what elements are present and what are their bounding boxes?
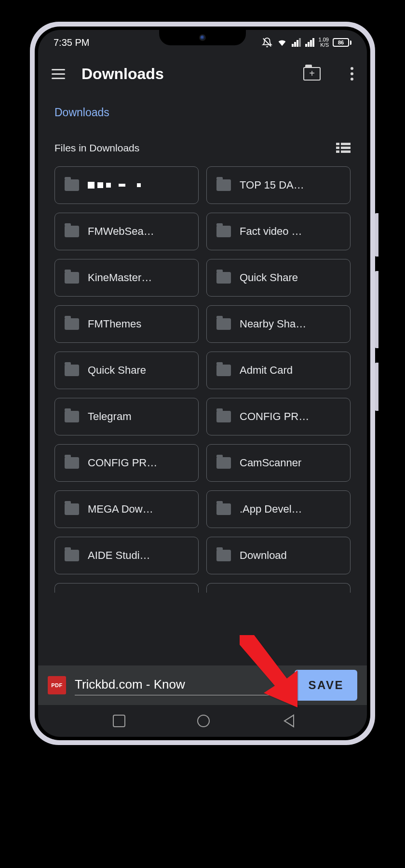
- svg-rect-5: [305, 44, 307, 47]
- folder-item[interactable]: .App Devel…: [206, 490, 351, 528]
- folder-label: AIDE Studi…: [88, 549, 150, 562]
- folder-icon: [216, 365, 231, 376]
- folder-item[interactable]: [54, 583, 199, 593]
- folder-item[interactable]: Admit Card: [206, 352, 351, 389]
- folder-icon: [65, 550, 79, 561]
- folder-item[interactable]: MEGA Dow…: [54, 490, 199, 528]
- folder-item[interactable]: Download: [206, 537, 351, 574]
- folder-icon: [216, 457, 231, 469]
- svg-rect-7: [310, 40, 312, 47]
- folder-label: FMThemes: [88, 318, 141, 330]
- more-options-icon[interactable]: [351, 67, 353, 81]
- folder-label: CONFIG PR…: [88, 457, 157, 469]
- signal-bars-2-icon: [305, 38, 315, 47]
- folder-item[interactable]: KineMaster…: [54, 259, 199, 297]
- breadcrumb-link[interactable]: Downloads: [54, 106, 109, 119]
- folder-icon: [216, 318, 231, 330]
- folder-icon: [65, 272, 79, 284]
- folder-item[interactable]: CONFIG PR…: [54, 444, 199, 482]
- folder-label: Telegram: [88, 410, 131, 423]
- folder-label: CamScanner: [240, 457, 301, 469]
- folder-icon: [216, 272, 231, 284]
- network-speed: 1.09 K/S: [319, 37, 329, 48]
- phone-notch: [159, 30, 246, 45]
- folder-icon: [216, 179, 231, 191]
- notification-off-icon: [262, 37, 272, 48]
- save-button[interactable]: SAVE: [295, 670, 357, 701]
- folder-item[interactable]: Nearby Sha…: [206, 305, 351, 343]
- home-icon[interactable]: [197, 715, 210, 727]
- page-title: Downloads: [81, 65, 287, 83]
- section-header: Files in Downloads: [38, 131, 367, 163]
- back-icon[interactable]: [282, 714, 292, 728]
- folder-icon: [65, 365, 79, 376]
- signal-bars-icon: [292, 38, 301, 47]
- folder-label: Quick Share: [240, 271, 298, 284]
- front-camera: [199, 34, 206, 41]
- folder-label: Admit Card: [240, 364, 293, 377]
- svg-rect-4: [299, 38, 301, 47]
- folder-icon: [65, 457, 79, 469]
- folder-item[interactable]: [54, 166, 199, 204]
- folder-icon: [65, 318, 79, 330]
- list-view-icon[interactable]: [336, 143, 351, 153]
- svg-rect-6: [308, 42, 310, 47]
- folder-item[interactable]: Quick Share: [54, 352, 199, 389]
- folder-icon: [65, 411, 79, 422]
- folder-item[interactable]: [206, 583, 351, 593]
- folder-item[interactable]: Fact video …: [206, 213, 351, 250]
- folder-item[interactable]: CamScanner: [206, 444, 351, 482]
- filename-input[interactable]: [75, 675, 286, 695]
- folder-label: Nearby Sha…: [240, 318, 306, 330]
- folder-label: CONFIG PR…: [240, 410, 309, 423]
- recent-apps-icon[interactable]: [113, 715, 125, 727]
- folder-icon: [216, 503, 231, 515]
- save-bar: PDF SAVE: [38, 665, 367, 705]
- menu-icon[interactable]: [52, 69, 65, 79]
- status-time: 7:35 PM: [54, 37, 89, 48]
- folder-item[interactable]: Quick Share: [206, 259, 351, 297]
- folder-label: MEGA Dow…: [88, 503, 153, 515]
- folder-label: .App Devel…: [240, 503, 302, 515]
- folder-item[interactable]: FMWebSea…: [54, 213, 199, 250]
- nav-bar: [38, 705, 367, 737]
- section-title: Files in Downloads: [54, 142, 139, 154]
- folder-item[interactable]: Telegram: [54, 398, 199, 435]
- folder-label: KineMaster…: [88, 271, 152, 284]
- folder-grid: TOP 15 DA… FMWebSea… Fact video … KineMa…: [38, 163, 367, 665]
- folder-label: Fact video …: [240, 225, 302, 238]
- folder-icon: [216, 411, 231, 422]
- svg-rect-2: [294, 42, 296, 47]
- folder-icon: [216, 226, 231, 237]
- folder-item[interactable]: CONFIG PR…: [206, 398, 351, 435]
- svg-rect-1: [292, 44, 294, 47]
- folder-label: Download: [240, 549, 287, 562]
- battery-indicator: 86: [333, 38, 351, 47]
- pdf-icon: PDF: [48, 676, 66, 694]
- folder-icon: [65, 226, 79, 237]
- new-folder-icon[interactable]: [303, 67, 321, 81]
- wifi-icon: [276, 37, 288, 48]
- folder-icon: [65, 503, 79, 515]
- folder-item[interactable]: TOP 15 DA…: [206, 166, 351, 204]
- app-header: Downloads: [38, 55, 367, 93]
- phone-frame: 7:35 PM: [30, 22, 375, 745]
- folder-item[interactable]: AIDE Studi…: [54, 537, 199, 574]
- folder-item[interactable]: FMThemes: [54, 305, 199, 343]
- svg-rect-3: [297, 40, 298, 47]
- folder-icon: [216, 550, 231, 561]
- breadcrumb: Downloads: [38, 93, 367, 131]
- folder-label: FMWebSea…: [88, 225, 154, 238]
- folder-icon: [65, 179, 79, 191]
- folder-label: Quick Share: [88, 364, 146, 377]
- svg-rect-8: [312, 38, 314, 47]
- folder-label: TOP 15 DA…: [240, 179, 304, 191]
- pixelated-label: [88, 182, 141, 189]
